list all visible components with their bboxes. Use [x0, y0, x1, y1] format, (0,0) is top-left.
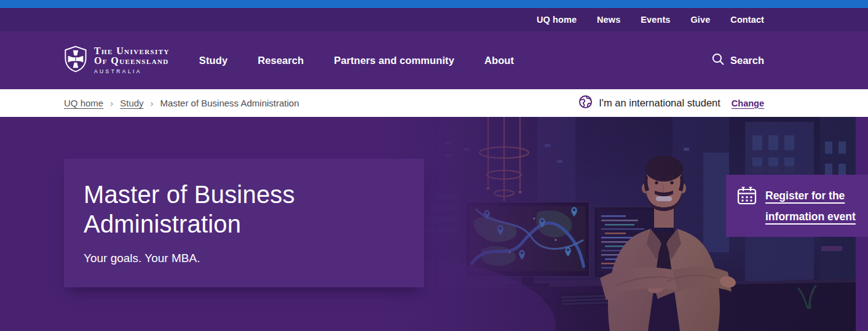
page-title: Master of Business Administration: [84, 180, 391, 239]
calendar-icon: [737, 186, 757, 227]
audience-selector: I'm an international student Change: [578, 95, 764, 111]
breadcrumb-bar: UQ home › Study › Master of Business Adm…: [0, 89, 868, 117]
uq-shield-icon: [64, 46, 87, 75]
callout-line2: information event: [765, 206, 856, 227]
audience-label: I'm an international student: [599, 97, 720, 109]
utility-nav: UQ home News Events Give Contact: [0, 8, 868, 31]
top-accent-bar: [0, 0, 868, 8]
breadcrumb-link-uq-home[interactable]: UQ home: [64, 98, 103, 108]
hero-title-box: Master of Business Administration Your g…: [64, 159, 424, 287]
globe-icon: [578, 95, 593, 111]
utility-link-news[interactable]: News: [597, 15, 620, 25]
hero-section: Master of Business Administration Your g…: [0, 117, 868, 331]
nav-study[interactable]: Study: [199, 55, 227, 66]
uq-logo[interactable]: The University Of Queensland Australia: [64, 46, 170, 75]
breadcrumb: UQ home › Study › Master of Business Adm…: [64, 98, 299, 108]
nav-partners-community[interactable]: Partners and community: [334, 55, 454, 66]
nav-research[interactable]: Research: [258, 55, 304, 66]
callout-line1: Register for the: [765, 185, 856, 206]
utility-link-uq-home[interactable]: UQ home: [537, 15, 577, 25]
register-event-link[interactable]: Register for the information event: [726, 175, 868, 237]
logo-name-line1: The University: [94, 46, 170, 56]
search-icon: [711, 52, 725, 68]
logo-name-line2: Of Queensland: [94, 56, 170, 66]
breadcrumb-separator: ›: [110, 98, 113, 108]
audience-change-link[interactable]: Change: [732, 98, 764, 108]
primary-nav: Study Research Partners and community Ab…: [199, 55, 514, 66]
utility-link-contact[interactable]: Contact: [730, 15, 764, 25]
breadcrumb-separator: ›: [151, 98, 154, 108]
breadcrumb-link-study[interactable]: Study: [120, 98, 143, 108]
site-header: The University Of Queensland Australia S…: [0, 31, 868, 89]
utility-link-events[interactable]: Events: [641, 15, 670, 25]
breadcrumb-current-page: Master of Business Administration: [160, 98, 299, 108]
utility-link-give[interactable]: Give: [690, 15, 710, 25]
logo-country: Australia: [94, 68, 170, 74]
search-button[interactable]: Search: [711, 52, 764, 68]
hero-subtitle: Your goals. Your MBA.: [84, 252, 424, 265]
search-label: Search: [730, 55, 764, 66]
nav-about[interactable]: About: [484, 55, 514, 66]
